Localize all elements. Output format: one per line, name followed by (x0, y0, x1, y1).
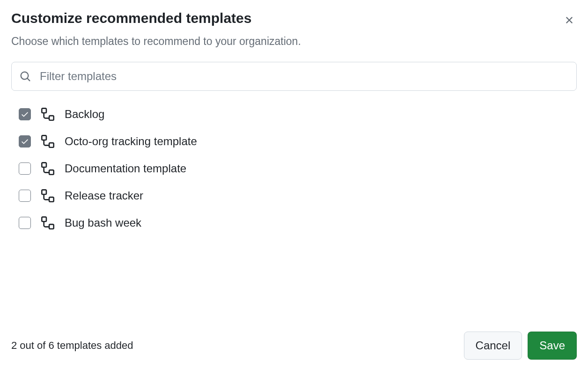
close-icon (564, 15, 575, 27)
template-item-tracking: Octo-org tracking template (19, 135, 577, 148)
dialog-header: Customize recommended templates Choose w… (11, 9, 577, 49)
template-item-backlog: Backlog (19, 108, 577, 121)
template-label: Bug bash week (65, 216, 141, 229)
cancel-button[interactable]: Cancel (464, 332, 522, 360)
project-template-icon (41, 135, 54, 148)
project-template-icon (41, 108, 54, 121)
template-label: Backlog (65, 108, 104, 121)
project-template-icon (41, 216, 54, 229)
filter-templates-input[interactable] (11, 62, 577, 91)
footer-buttons: Cancel Save (464, 332, 577, 360)
checkbox-release-tracker[interactable] (19, 190, 31, 202)
project-template-icon (41, 189, 54, 202)
template-list: Backlog Octo-org tracking template Docum… (11, 108, 577, 229)
template-item-documentation: Documentation template (19, 162, 577, 175)
template-item-release-tracker: Release tracker (19, 189, 577, 202)
status-text: 2 out of 6 templates added (11, 339, 133, 352)
customize-templates-dialog: Customize recommended templates Choose w… (0, 0, 588, 369)
search-container (11, 62, 577, 91)
save-button[interactable]: Save (528, 332, 577, 360)
checkbox-tracking[interactable] (19, 135, 31, 148)
dialog-footer: 2 out of 6 templates added Cancel Save (11, 322, 577, 360)
dialog-subtitle: Choose which templates to recommend to y… (11, 34, 577, 49)
close-button[interactable] (562, 13, 577, 28)
checkbox-backlog[interactable] (19, 108, 31, 120)
template-label: Octo-org tracking template (65, 135, 197, 148)
template-label: Documentation template (65, 162, 186, 175)
template-item-bug-bash: Bug bash week (19, 216, 577, 229)
dialog-title: Customize recommended templates (11, 9, 577, 27)
project-template-icon (41, 162, 54, 175)
checkbox-bug-bash[interactable] (19, 217, 31, 229)
template-label: Release tracker (65, 189, 143, 202)
checkbox-documentation[interactable] (19, 162, 31, 175)
